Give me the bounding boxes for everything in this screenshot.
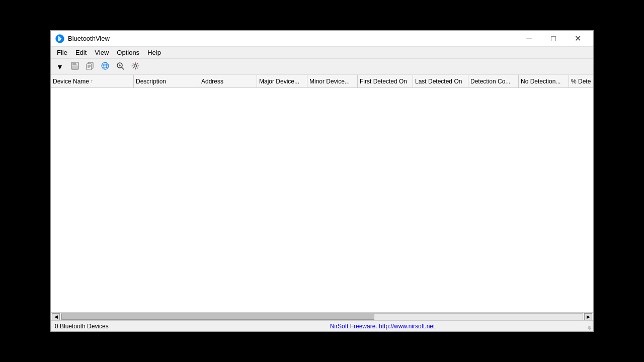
col-header-last-detected[interactable]: Last Detected On <box>413 75 468 87</box>
main-window: BluetoothView ─ □ ✕ File Edit View Optio… <box>50 30 594 332</box>
scroll-left-button[interactable]: ◀ <box>52 313 60 320</box>
sort-indicator: ↑ <box>91 78 93 84</box>
menu-help[interactable]: Help <box>143 48 165 57</box>
window-title: BluetoothView <box>68 35 110 42</box>
scroll-right-button[interactable]: ▶ <box>584 313 592 320</box>
menu-file[interactable]: File <box>53 48 71 57</box>
filter-icon: ▼ <box>56 63 63 71</box>
svg-point-19 <box>134 65 137 67</box>
col-header-detection-co[interactable]: Detection Co... <box>468 75 519 87</box>
copy-icon <box>86 62 94 71</box>
title-bar-controls: ─ □ ✕ <box>518 31 589 47</box>
save-icon <box>71 62 79 71</box>
menu-bar: File Edit View Options Help <box>51 47 593 59</box>
menu-options[interactable]: Options <box>113 48 143 57</box>
svg-point-20 <box>135 63 136 64</box>
scroll-track[interactable] <box>61 313 583 320</box>
scroll-thumb[interactable] <box>61 314 374 320</box>
content-area: Device Name ↑ Description Address Major … <box>51 75 593 312</box>
menu-view[interactable]: View <box>91 48 113 57</box>
col-header-address[interactable]: Address <box>199 75 257 87</box>
svg-point-21 <box>135 68 136 69</box>
svg-line-16 <box>122 67 124 69</box>
col-header-major-device[interactable]: Major Device... <box>257 75 307 87</box>
minimize-button[interactable]: ─ <box>518 31 541 47</box>
nirsoft-link[interactable]: NirSoft Freeware. http://www.nirsoft.net <box>330 323 435 330</box>
horizontal-scrollbar[interactable]: ◀ ▶ <box>51 312 593 320</box>
col-header-pct-dete[interactable]: % Dete <box>569 75 593 87</box>
toolbar-find-button[interactable] <box>113 60 127 73</box>
col-header-description[interactable]: Description <box>134 75 199 87</box>
toolbar-save-button[interactable] <box>68 60 82 73</box>
col-header-minor-device[interactable]: Minor Device... <box>307 75 358 87</box>
status-link-area: NirSoft Freeware. http://www.nirsoft.net <box>206 323 559 330</box>
maximize-button[interactable]: □ <box>542 31 565 47</box>
toolbar-filter-button[interactable]: ▼ <box>53 60 67 73</box>
toolbar-settings-button[interactable] <box>128 60 142 73</box>
status-bar: 0 Bluetooth Devices NirSoft Freeware. ht… <box>51 320 593 331</box>
title-bar-left: BluetoothView <box>55 34 110 44</box>
svg-rect-4 <box>76 63 77 64</box>
col-header-first-detected[interactable]: First Detected On <box>358 75 413 87</box>
toolbar-copy-button[interactable] <box>83 60 97 73</box>
svg-rect-6 <box>87 64 92 70</box>
web-icon <box>101 62 109 71</box>
toolbar-web-button[interactable] <box>98 60 112 73</box>
resize-handle[interactable]: ⟱ <box>586 324 593 331</box>
col-header-device-name[interactable]: Device Name ↑ <box>51 75 134 87</box>
svg-rect-2 <box>72 62 76 65</box>
bluetooth-icon <box>55 34 65 44</box>
close-button[interactable]: ✕ <box>566 31 589 47</box>
title-bar: BluetoothView ─ □ ✕ <box>51 31 593 47</box>
settings-icon <box>131 62 139 71</box>
device-count-status: 0 Bluetooth Devices <box>55 323 206 330</box>
col-header-no-detection[interactable]: No Detection... <box>519 75 569 87</box>
table-header: Device Name ↑ Description Address Major … <box>51 75 593 88</box>
toolbar: ▼ <box>51 59 593 75</box>
find-icon <box>116 62 124 71</box>
table-body <box>51 88 593 312</box>
svg-rect-3 <box>72 66 77 69</box>
menu-edit[interactable]: Edit <box>71 48 91 57</box>
